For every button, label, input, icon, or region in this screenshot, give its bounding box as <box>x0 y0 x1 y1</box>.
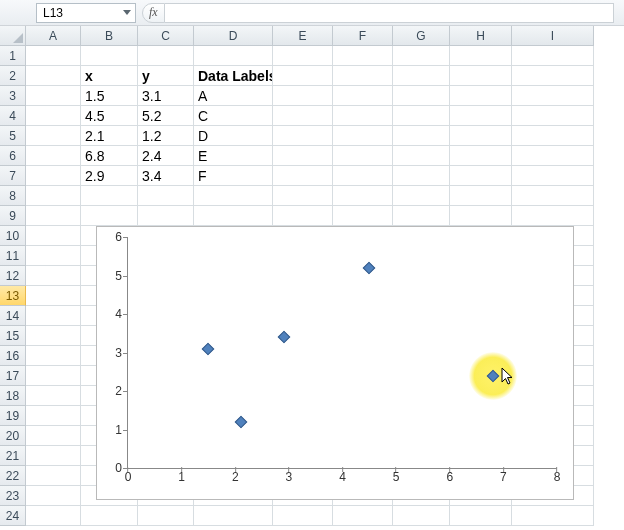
data-point[interactable] <box>202 342 215 355</box>
cell-E1[interactable] <box>273 46 333 66</box>
cell-A23[interactable] <box>26 486 81 506</box>
cell-I5[interactable] <box>512 126 594 146</box>
cell-A5[interactable] <box>26 126 81 146</box>
data-point[interactable] <box>363 261 376 274</box>
chevron-down-icon[interactable] <box>123 10 131 15</box>
cell-A2[interactable] <box>26 66 81 86</box>
cell-E6[interactable] <box>273 146 333 166</box>
cell-A20[interactable] <box>26 426 81 446</box>
cell-F6[interactable] <box>333 146 393 166</box>
row-header-9[interactable]: 9 <box>0 206 26 226</box>
cell-A1[interactable] <box>26 46 81 66</box>
cell-I9[interactable] <box>512 206 594 226</box>
cell-I7[interactable] <box>512 166 594 186</box>
row-header-24[interactable]: 24 <box>0 506 26 526</box>
embedded-chart[interactable]: 0123456012345678 <box>96 226 574 500</box>
cell-B8[interactable] <box>81 186 138 206</box>
cell-A13[interactable] <box>26 286 81 306</box>
plot-area[interactable]: 0123456012345678 <box>127 237 557 469</box>
cell-A11[interactable] <box>26 246 81 266</box>
cell-D6[interactable]: E <box>194 146 273 166</box>
cell-G24[interactable] <box>393 506 450 526</box>
cell-A18[interactable] <box>26 386 81 406</box>
cell-I24[interactable] <box>512 506 594 526</box>
cell-B5[interactable]: 2.1 <box>81 126 138 146</box>
data-point[interactable] <box>277 331 290 344</box>
column-headers[interactable]: ABCDEFGHI <box>26 26 594 46</box>
cell-D1[interactable] <box>194 46 273 66</box>
cell-F4[interactable] <box>333 106 393 126</box>
row-header-7[interactable]: 7 <box>0 166 26 186</box>
cell-H6[interactable] <box>450 146 512 166</box>
cell-A21[interactable] <box>26 446 81 466</box>
cell-F5[interactable] <box>333 126 393 146</box>
row-header-23[interactable]: 23 <box>0 486 26 506</box>
cell-D4[interactable]: C <box>194 106 273 126</box>
column-header-B[interactable]: B <box>81 26 138 46</box>
row-header-22[interactable]: 22 <box>0 466 26 486</box>
cell-G6[interactable] <box>393 146 450 166</box>
cell-E24[interactable] <box>273 506 333 526</box>
row-header-16[interactable]: 16 <box>0 346 26 366</box>
cell-D24[interactable] <box>194 506 273 526</box>
cell-C5[interactable]: 1.2 <box>138 126 194 146</box>
cell-G7[interactable] <box>393 166 450 186</box>
data-point[interactable] <box>234 415 247 428</box>
cell-E9[interactable] <box>273 206 333 226</box>
cell-F9[interactable] <box>333 206 393 226</box>
column-header-D[interactable]: D <box>194 26 273 46</box>
cell-C9[interactable] <box>138 206 194 226</box>
cell-H4[interactable] <box>450 106 512 126</box>
row-header-4[interactable]: 4 <box>0 106 26 126</box>
cell-A10[interactable] <box>26 226 81 246</box>
cell-H24[interactable] <box>450 506 512 526</box>
cell-F7[interactable] <box>333 166 393 186</box>
row-header-3[interactable]: 3 <box>0 86 26 106</box>
cell-B2[interactable]: x <box>81 66 138 86</box>
cell-H5[interactable] <box>450 126 512 146</box>
cell-F3[interactable] <box>333 86 393 106</box>
cell-B3[interactable]: 1.5 <box>81 86 138 106</box>
cell-C4[interactable]: 5.2 <box>138 106 194 126</box>
column-header-F[interactable]: F <box>333 26 393 46</box>
column-header-I[interactable]: I <box>512 26 594 46</box>
cell-H7[interactable] <box>450 166 512 186</box>
cell-H8[interactable] <box>450 186 512 206</box>
column-header-C[interactable]: C <box>138 26 194 46</box>
cell-G4[interactable] <box>393 106 450 126</box>
cell-B24[interactable] <box>81 506 138 526</box>
cell-A16[interactable] <box>26 346 81 366</box>
cell-C7[interactable]: 3.4 <box>138 166 194 186</box>
cell-I2[interactable] <box>512 66 594 86</box>
row-header-2[interactable]: 2 <box>0 66 26 86</box>
cell-A8[interactable] <box>26 186 81 206</box>
cell-E2[interactable] <box>273 66 333 86</box>
cell-G5[interactable] <box>393 126 450 146</box>
row-header-21[interactable]: 21 <box>0 446 26 466</box>
cell-F1[interactable] <box>333 46 393 66</box>
cell-C3[interactable]: 3.1 <box>138 86 194 106</box>
row-header-17[interactable]: 17 <box>0 366 26 386</box>
cell-C24[interactable] <box>138 506 194 526</box>
cell-H3[interactable] <box>450 86 512 106</box>
cell-I3[interactable] <box>512 86 594 106</box>
row-header-11[interactable]: 11 <box>0 246 26 266</box>
row-header-1[interactable]: 1 <box>0 46 26 66</box>
cell-C8[interactable] <box>138 186 194 206</box>
cell-E4[interactable] <box>273 106 333 126</box>
cell-D2[interactable]: Data Labels <box>194 66 273 86</box>
cell-H2[interactable] <box>450 66 512 86</box>
cell-A3[interactable] <box>26 86 81 106</box>
cell-G9[interactable] <box>393 206 450 226</box>
row-header-8[interactable]: 8 <box>0 186 26 206</box>
column-header-A[interactable]: A <box>26 26 81 46</box>
cell-A7[interactable] <box>26 166 81 186</box>
cell-D3[interactable]: A <box>194 86 273 106</box>
insert-function-button[interactable]: fx <box>142 3 165 23</box>
cell-A14[interactable] <box>26 306 81 326</box>
row-header-14[interactable]: 14 <box>0 306 26 326</box>
cell-A9[interactable] <box>26 206 81 226</box>
cell-E3[interactable] <box>273 86 333 106</box>
cell-G8[interactable] <box>393 186 450 206</box>
cell-D9[interactable] <box>194 206 273 226</box>
